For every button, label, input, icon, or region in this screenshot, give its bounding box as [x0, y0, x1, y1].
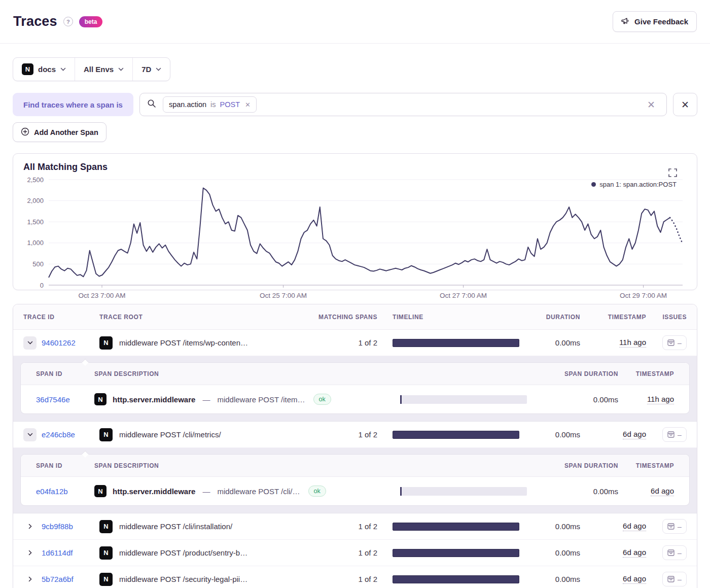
spans-sub-table: SPAN ID SPAN DESCRIPTION SPAN DURATION T…: [20, 362, 690, 414]
trace-timeline-bar: [393, 575, 519, 583]
issues-button[interactable]: –: [662, 545, 687, 560]
archive-icon: [667, 431, 674, 438]
span-header-row: SPAN ID SPAN DESCRIPTION SPAN DURATION T…: [21, 363, 689, 385]
col-timeline: TIMELINE: [377, 314, 524, 321]
nextjs-logo-icon: N: [99, 428, 113, 441]
nextjs-logo-icon: N: [22, 63, 33, 75]
col-span-duration: SPAN DURATION: [552, 370, 618, 377]
trace-root-label: middleware POST /cli/metrics/: [119, 430, 221, 439]
col-duration: DURATION: [524, 314, 580, 321]
top-bar: Traces ? beta Give Feedback: [0, 0, 710, 44]
chevron-down-icon: [156, 67, 161, 71]
svg-text:Oct 29 7:00 AM: Oct 29 7:00 AM: [620, 292, 667, 298]
trace-id-link[interactable]: 94601262: [42, 338, 76, 347]
remove-token-icon[interactable]: ✕: [245, 101, 251, 109]
issues-button[interactable]: –: [662, 519, 687, 534]
issues-button[interactable]: –: [662, 427, 687, 442]
expand-trace-button[interactable]: [23, 573, 37, 586]
no-issues-dash: –: [678, 523, 682, 531]
span-search-input[interactable]: span.action is POST ✕ ✕: [139, 93, 667, 116]
trace-id-link[interactable]: 5b72a6bf: [42, 575, 74, 583]
timestamp-value: 6d ago: [623, 430, 646, 439]
close-icon: ✕: [681, 99, 689, 111]
svg-text:0: 0: [40, 282, 44, 289]
span-op: http.server.middleware: [113, 487, 195, 496]
project-selector[interactable]: N docs: [13, 58, 75, 81]
expand-trace-button[interactable]: [23, 520, 37, 533]
trace-id-link[interactable]: 9cb9f88b: [42, 522, 73, 531]
span-query-label: Find traces where a span is: [13, 93, 133, 116]
give-feedback-button[interactable]: Give Feedback: [613, 11, 697, 32]
op-separator: —: [201, 487, 211, 496]
matching-spans-value: 1 of 2: [311, 575, 377, 583]
matching-spans-value: 1 of 2: [311, 548, 377, 557]
col-span-description: SPAN DESCRIPTION: [94, 370, 400, 377]
matching-spans-value: 1 of 2: [311, 522, 377, 531]
table-header-row: TRACE ID TRACE ROOT MATCHING SPANS TIMEL…: [13, 304, 697, 330]
all-matching-spans-panel: All Matching Spans span 1: span.action:P…: [13, 153, 697, 290]
archive-icon: [667, 549, 674, 556]
span-description: middleware POST /cli/…: [217, 487, 300, 496]
clear-search-icon[interactable]: ✕: [643, 97, 659, 113]
date-range-selector[interactable]: 7D: [132, 58, 170, 81]
issues-button[interactable]: –: [662, 335, 687, 350]
span-timestamp-value: 11h ago: [647, 395, 674, 404]
svg-text:1,500: 1,500: [27, 218, 44, 226]
col-span-timestamp: TIMESTAMP: [618, 462, 674, 469]
remove-span-filter-button[interactable]: ✕: [673, 93, 697, 116]
svg-text:2,000: 2,000: [27, 197, 44, 204]
nextjs-logo-icon: N: [94, 485, 106, 497]
duration-value: 0.00ms: [524, 430, 580, 439]
span-row: e04fa12b N http.server.middleware — midd…: [21, 477, 689, 505]
trace-timeline-bar: [393, 523, 519, 531]
col-span-description: SPAN DESCRIPTION: [94, 462, 400, 469]
search-filter-token[interactable]: span.action is POST ✕: [163, 96, 257, 113]
col-span-timestamp: TIMESTAMP: [618, 370, 674, 377]
page-title: Traces: [13, 14, 57, 29]
token-value: POST: [220, 100, 240, 109]
span-op: http.server.middleware: [113, 395, 195, 404]
token-operator: is: [210, 100, 216, 109]
add-another-span-button[interactable]: Add Another Span: [13, 122, 106, 142]
token-key: span.action: [169, 100, 206, 109]
span-id-link[interactable]: e04fa12b: [36, 487, 68, 496]
environment-selector-label: All Envs: [84, 65, 114, 74]
help-icon[interactable]: ?: [63, 17, 73, 26]
archive-icon: [667, 339, 674, 346]
span-id-link[interactable]: 36d7546e: [36, 395, 70, 404]
timestamp-value: 6d ago: [623, 574, 646, 584]
collapse-trace-button[interactable]: [23, 428, 37, 441]
svg-text:1,000: 1,000: [27, 239, 44, 247]
spans-sub-table: SPAN ID SPAN DESCRIPTION SPAN DURATION T…: [20, 454, 690, 506]
nextjs-logo-icon: N: [99, 520, 113, 533]
beta-badge: beta: [79, 16, 103, 27]
op-separator: —: [201, 395, 211, 404]
trace-row: e246cb8e N middleware POST /cli/metrics/…: [13, 422, 697, 448]
duration-value: 0.00ms: [524, 575, 580, 583]
trace-timeline-bar: [393, 431, 519, 439]
no-issues-dash: –: [678, 339, 682, 347]
nextjs-logo-icon: N: [99, 336, 113, 350]
expand-trace-button[interactable]: [23, 546, 37, 560]
matching-spans-value: 1 of 2: [311, 338, 377, 347]
svg-text:500: 500: [32, 260, 44, 268]
search-icon: [147, 99, 156, 110]
environment-selector[interactable]: All Envs: [75, 58, 132, 81]
issues-button[interactable]: –: [662, 572, 687, 586]
trace-root-label: middleware POST /items/wp-conten…: [119, 338, 248, 347]
chevron-down-icon: [60, 67, 66, 71]
trace-id-link[interactable]: 1d6114df: [42, 548, 73, 557]
duration-value: 0.00ms: [524, 548, 580, 557]
timestamp-value: 11h ago: [619, 338, 646, 348]
traces-table: TRACE ID TRACE ROOT MATCHING SPANS TIMEL…: [13, 304, 697, 588]
trace-root-label: middleware POST /security-legal-pii…: [119, 575, 247, 583]
expanded-span-area: SPAN ID SPAN DESCRIPTION SPAN DURATION T…: [13, 448, 697, 513]
span-status-badge: ok: [313, 394, 331, 405]
trace-root-label: middleware POST /cli/installation/: [119, 522, 232, 531]
col-trace-id: TRACE ID: [23, 314, 99, 321]
trace-id-link[interactable]: e246cb8e: [42, 430, 75, 439]
span-description: middleware POST /item…: [217, 395, 305, 404]
timestamp-value: 6d ago: [623, 548, 646, 558]
span-duration-value: 0.00ms: [552, 395, 618, 404]
collapse-trace-button[interactable]: [23, 336, 37, 350]
